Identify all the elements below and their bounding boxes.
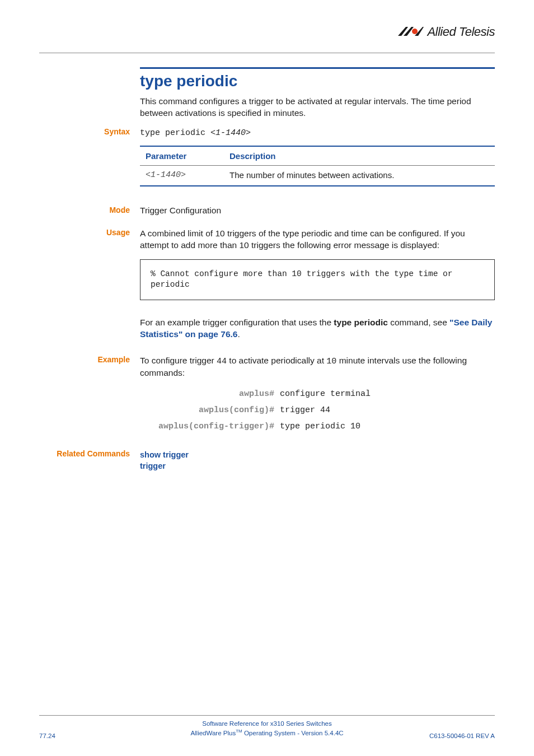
example-line: awplus# configure terminal [140,389,495,399]
usage-codebox: % Cannot configure more than 10 triggers… [140,259,495,300]
example-command: type periodic 10 [280,422,495,431]
example-intro-trig: 44 [217,357,227,366]
usage-paragraph: A combined limit of 10 triggers of the t… [140,228,495,251]
syntax-param-text: <1-1440> [210,128,251,138]
example-intro-pre: To configure trigger [140,356,217,365]
label-related: Related Commands [39,449,140,458]
footer-center2-post: Operating System - Version 5.4.4C [242,730,344,736]
example-intro-mid: to activate periodically at [227,356,326,365]
footer-doc-number: C613-50046-01 REV A [429,732,495,739]
usage-after-bold: type periodic [334,318,387,327]
example-prompt: awplus(config-trigger)# [140,422,280,431]
logo-text: Allied Telesis [427,25,495,39]
usage-after-mid: command, see [388,318,449,327]
example-command: configure terminal [280,389,495,399]
related-link-trigger[interactable]: trigger [140,460,495,472]
param-header-description: Description [224,146,495,166]
example-intro-int: 10 [326,357,336,366]
title-rule [140,67,495,69]
example-prompt: awplus# [140,389,280,399]
example-command: trigger 44 [280,405,495,415]
footer-center-line1: Software Reference for x310 Series Switc… [39,719,495,728]
example-cli-block: awplus# configure terminal awplus(config… [140,389,495,431]
param-name-cell: <1-1440> [140,165,224,186]
svg-point-2 [412,29,418,34]
related-link-show-trigger[interactable]: show trigger [140,449,495,460]
mode-text: Trigger Configuration [140,206,221,215]
example-line: awplus(config-trigger)# type periodic 10 [140,422,495,431]
param-desc-cell: The number of minutes between activation… [224,165,495,186]
label-syntax: Syntax [39,127,140,136]
table-row: <1-1440> The number of minutes between a… [140,165,495,186]
example-prompt: awplus(config)# [140,405,280,415]
parameter-table: Parameter Description <1-1440> The numbe… [140,146,495,186]
usage-after-pre: For an example trigger configuration tha… [140,318,334,327]
brand-logo: Allied Telesis [398,25,495,39]
command-title: type periodic [140,72,495,90]
intro-paragraph: This command configures a trigger to be … [140,96,495,119]
label-usage: Usage [39,228,140,237]
footer-center-line2: AlliedWare PlusTM Operating System - Ver… [39,728,495,738]
footer-trademark-icon: TM [236,729,242,734]
label-example: Example [39,355,140,364]
header-rule [39,53,495,53]
param-header-parameter: Parameter [140,146,224,166]
example-line: awplus(config)# trigger 44 [140,405,495,415]
footer-center2-pre: AlliedWare Plus [190,730,236,736]
page-footer: 77.24 Software Reference for x310 Series… [39,719,495,739]
syntax-cmd-text: type periodic [140,128,210,138]
label-mode: Mode [39,206,140,214]
footer-rule [39,715,495,716]
usage-after-post: . [237,329,240,339]
usage-after-paragraph: For an example trigger configuration tha… [140,317,495,340]
example-intro: To configure trigger 44 to activate peri… [140,355,495,379]
logo-mark-icon [398,27,424,37]
syntax-line: type periodic <1-1440> [140,128,251,138]
